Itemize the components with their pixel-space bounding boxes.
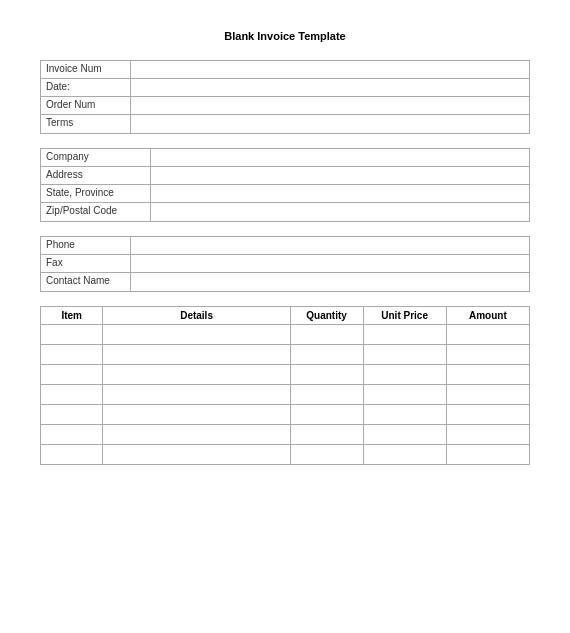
terms-row: Terms bbox=[41, 115, 529, 133]
table-cell-details[interactable] bbox=[103, 365, 290, 385]
terms-value[interactable] bbox=[131, 115, 529, 133]
state-value[interactable] bbox=[151, 185, 529, 202]
col-header-amount: Amount bbox=[446, 307, 529, 325]
table-cell-unit_price[interactable] bbox=[363, 385, 446, 405]
table-cell-item[interactable] bbox=[41, 325, 103, 345]
company-label: Company bbox=[41, 149, 151, 166]
zip-row: Zip/Postal Code bbox=[41, 203, 529, 221]
table-row bbox=[41, 385, 530, 405]
order-num-row: Order Num bbox=[41, 97, 529, 115]
table-cell-details[interactable] bbox=[103, 325, 290, 345]
terms-label: Terms bbox=[41, 115, 131, 133]
table-cell-amount[interactable] bbox=[446, 445, 529, 465]
table-cell-amount[interactable] bbox=[446, 325, 529, 345]
table-cell-quantity[interactable] bbox=[290, 425, 363, 445]
table-cell-details[interactable] bbox=[103, 385, 290, 405]
page-title: Blank Invoice Template bbox=[40, 30, 530, 42]
table-cell-amount[interactable] bbox=[446, 405, 529, 425]
table-cell-item[interactable] bbox=[41, 365, 103, 385]
table-cell-amount[interactable] bbox=[446, 425, 529, 445]
state-label: State, Province bbox=[41, 185, 151, 202]
table-cell-quantity[interactable] bbox=[290, 365, 363, 385]
table-cell-quantity[interactable] bbox=[290, 385, 363, 405]
company-section: Company Address State, Province Zip/Post… bbox=[40, 148, 530, 222]
table-cell-item[interactable] bbox=[41, 425, 103, 445]
zip-value[interactable] bbox=[151, 203, 529, 221]
table-cell-details[interactable] bbox=[103, 445, 290, 465]
table-cell-unit_price[interactable] bbox=[363, 445, 446, 465]
phone-row: Phone bbox=[41, 237, 529, 255]
table-row bbox=[41, 445, 530, 465]
invoice-info-section: Invoice Num Date: Order Num Terms bbox=[40, 60, 530, 134]
contact-section: Phone Fax Contact Name bbox=[40, 236, 530, 292]
phone-value[interactable] bbox=[131, 237, 529, 254]
table-cell-unit_price[interactable] bbox=[363, 365, 446, 385]
state-row: State, Province bbox=[41, 185, 529, 203]
col-header-quantity: Quantity bbox=[290, 307, 363, 325]
table-row bbox=[41, 325, 530, 345]
table-cell-amount[interactable] bbox=[446, 345, 529, 365]
table-cell-item[interactable] bbox=[41, 385, 103, 405]
address-row: Address bbox=[41, 167, 529, 185]
company-row: Company bbox=[41, 149, 529, 167]
order-num-label: Order Num bbox=[41, 97, 131, 114]
date-label: Date: bbox=[41, 79, 131, 96]
invoice-num-value[interactable] bbox=[131, 61, 529, 78]
table-row bbox=[41, 425, 530, 445]
date-row: Date: bbox=[41, 79, 529, 97]
table-cell-quantity[interactable] bbox=[290, 445, 363, 465]
contact-name-row: Contact Name bbox=[41, 273, 529, 291]
col-header-unit-price: Unit Price bbox=[363, 307, 446, 325]
zip-label: Zip/Postal Code bbox=[41, 203, 151, 221]
col-header-item: Item bbox=[41, 307, 103, 325]
fax-label: Fax bbox=[41, 255, 131, 272]
table-cell-quantity[interactable] bbox=[290, 345, 363, 365]
company-value[interactable] bbox=[151, 149, 529, 166]
invoice-num-row: Invoice Num bbox=[41, 61, 529, 79]
table-header-row: Item Details Quantity Unit Price Amount bbox=[41, 307, 530, 325]
order-num-value[interactable] bbox=[131, 97, 529, 114]
table-row bbox=[41, 405, 530, 425]
items-table: Item Details Quantity Unit Price Amount bbox=[40, 306, 530, 465]
table-cell-item[interactable] bbox=[41, 405, 103, 425]
address-value[interactable] bbox=[151, 167, 529, 184]
fax-row: Fax bbox=[41, 255, 529, 273]
table-cell-amount[interactable] bbox=[446, 385, 529, 405]
table-cell-details[interactable] bbox=[103, 425, 290, 445]
invoice-num-label: Invoice Num bbox=[41, 61, 131, 78]
phone-label: Phone bbox=[41, 237, 131, 254]
table-cell-unit_price[interactable] bbox=[363, 425, 446, 445]
table-cell-unit_price[interactable] bbox=[363, 325, 446, 345]
contact-name-label: Contact Name bbox=[41, 273, 131, 291]
table-cell-amount[interactable] bbox=[446, 365, 529, 385]
table-cell-item[interactable] bbox=[41, 345, 103, 365]
table-row bbox=[41, 365, 530, 385]
invoice-page: Blank Invoice Template Invoice Num Date:… bbox=[0, 0, 570, 633]
col-header-details: Details bbox=[103, 307, 290, 325]
table-cell-quantity[interactable] bbox=[290, 325, 363, 345]
table-cell-item[interactable] bbox=[41, 445, 103, 465]
date-value[interactable] bbox=[131, 79, 529, 96]
table-cell-details[interactable] bbox=[103, 345, 290, 365]
fax-value[interactable] bbox=[131, 255, 529, 272]
table-cell-unit_price[interactable] bbox=[363, 405, 446, 425]
table-cell-details[interactable] bbox=[103, 405, 290, 425]
table-cell-quantity[interactable] bbox=[290, 405, 363, 425]
table-row bbox=[41, 345, 530, 365]
table-cell-unit_price[interactable] bbox=[363, 345, 446, 365]
contact-name-value[interactable] bbox=[131, 273, 529, 291]
address-label: Address bbox=[41, 167, 151, 184]
